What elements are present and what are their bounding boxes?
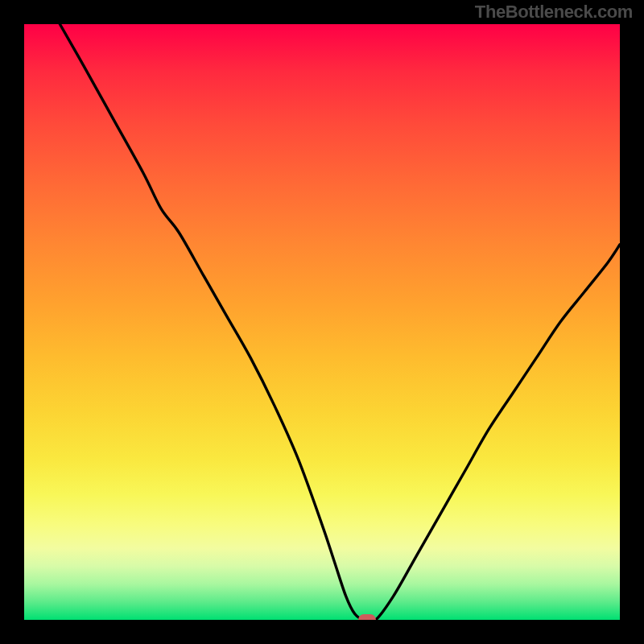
plot-area	[24, 24, 620, 620]
bottleneck-curve-path	[60, 24, 620, 620]
curve-svg	[24, 24, 620, 620]
optimum-marker	[358, 614, 376, 620]
attribution-text: TheBottleneck.com	[475, 2, 633, 23]
chart-frame: TheBottleneck.com	[0, 0, 644, 644]
